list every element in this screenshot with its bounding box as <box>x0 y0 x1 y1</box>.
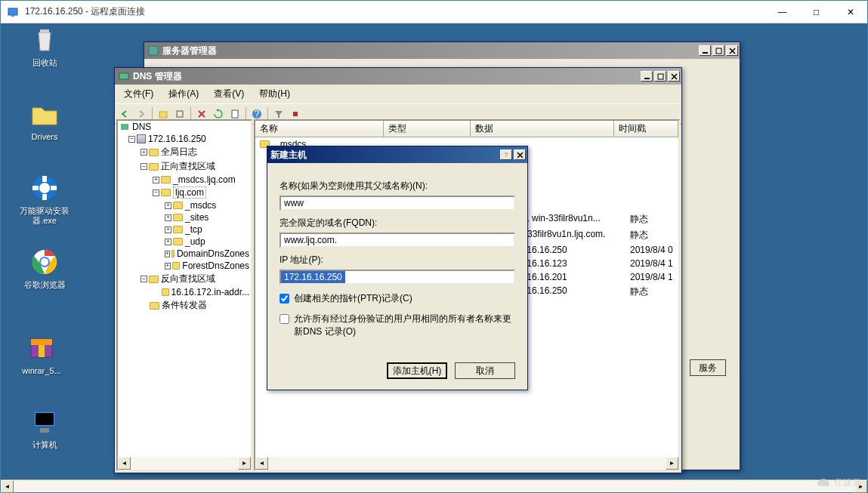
folder-icon <box>171 250 175 257</box>
rdp-titlebar: 172.16.16.250 - 远程桌面连接 — □ ✕ <box>1 1 867 23</box>
rdp-scroll-track[interactable] <box>14 480 854 492</box>
tree-collapse-icon[interactable]: − <box>141 163 147 170</box>
tree-expand-icon[interactable]: + <box>165 251 170 257</box>
tree-sub-tcp[interactable]: + _tcp <box>118 223 251 236</box>
tree-ljq-zone[interactable]: − ljq.com <box>118 186 251 199</box>
tree-global-log[interactable]: + 全局日志 <box>118 145 251 159</box>
folder-icon <box>173 202 183 209</box>
tree-forward-zones[interactable]: − 正向查找区域 <box>118 159 251 174</box>
hostname-input[interactable] <box>280 196 515 211</box>
dns-manager-icon <box>118 70 130 82</box>
folder-icon <box>161 176 171 183</box>
tree-server[interactable]: − 172.16.16.250 <box>118 133 251 145</box>
dns-manager-title: DNS 管理器 <box>133 70 639 83</box>
tree-expand-icon[interactable]: + <box>165 263 171 270</box>
dialog-help-button[interactable]: ? <box>500 149 512 160</box>
rdp-maximize-button[interactable]: □ <box>799 1 833 23</box>
dns-close-button[interactable] <box>668 71 680 82</box>
services-button[interactable]: 服务 <box>690 359 726 376</box>
column-data[interactable]: 数据 <box>471 121 614 137</box>
tree-expand-icon[interactable]: + <box>165 214 171 221</box>
desktop-icon-winrar[interactable]: winrar_5... <box>13 333 70 376</box>
tree-scroll-right-button[interactable]: ► <box>238 457 251 470</box>
sm-close-button[interactable] <box>726 45 738 56</box>
sm-minimize-button[interactable] <box>699 45 711 56</box>
rdp-scroll-left-button[interactable]: ◄ <box>1 480 14 493</box>
tree-expand-icon[interactable]: + <box>165 202 171 209</box>
tree-expand-icon[interactable]: + <box>153 177 159 183</box>
table-row[interactable]: .16.16.1232019/8/4 1 <box>520 257 678 270</box>
auth-update-label[interactable]: 允许所有经过身份验证的用户用相同的所有者名称来更新DNS 记录(O) <box>294 313 515 338</box>
dialog-close-button[interactable] <box>514 149 526 160</box>
auth-update-checkbox[interactable] <box>280 314 289 324</box>
tree-collapse-icon[interactable]: − <box>153 189 159 196</box>
ptr-checkbox[interactable] <box>280 294 289 304</box>
list-scroll-left-button[interactable]: ◄ <box>255 457 268 470</box>
tree-collapse-icon[interactable]: − <box>128 136 135 143</box>
svg-rect-7 <box>32 186 39 190</box>
tree-expand-icon[interactable]: + <box>165 239 171 245</box>
desktop-icon-driver-installer[interactable]: 万能驱动安装器.exe <box>16 173 73 226</box>
dns-root-icon <box>119 122 130 132</box>
menu-view[interactable]: 查看(V) <box>208 86 250 102</box>
tree-root-dns[interactable]: DNS <box>118 121 251 133</box>
tree-scroll-left-button[interactable]: ◄ <box>118 457 131 470</box>
tree-sub-udp[interactable]: + _udp <box>118 236 251 248</box>
table-row[interactable]: .16.16.2012019/8/4 1 <box>520 270 678 284</box>
ip-input-wrapper[interactable]: 172.16.16.250 <box>280 270 515 285</box>
menu-action[interactable]: 操作(A) <box>162 86 205 102</box>
desktop-icon-drivers[interactable]: Drivers <box>16 99 73 142</box>
new-host-dialog[interactable]: 新建主机 ? 名称(如果为空则使用其父域名称)(N): 完全限定的域名(FQDN… <box>267 146 528 390</box>
tree-collapse-icon[interactable]: − <box>141 276 147 282</box>
svg-rect-6 <box>42 194 47 200</box>
dns-minimize-button[interactable] <box>641 71 653 82</box>
rdp-close-button[interactable]: ✕ <box>833 1 867 23</box>
folder-icon <box>162 288 169 296</box>
tree-sub-msdcs[interactable]: + _msdcs <box>118 199 251 211</box>
svg-rect-13 <box>31 339 52 345</box>
table-row[interactable]: .16.16.250静态 <box>520 284 678 300</box>
folder-icon <box>150 302 159 310</box>
list-scroll-track[interactable] <box>268 457 666 470</box>
tree-scroll-track[interactable] <box>131 457 238 470</box>
folder-icon <box>161 189 171 196</box>
table-row[interactable]: -33filr8vu1n.ljq.com.静态 <box>520 227 678 243</box>
rdp-horizontal-scrollbar[interactable]: ◄ ► <box>1 479 867 492</box>
ptr-checkbox-label[interactable]: 创建相关的指针(PTR)记录(C) <box>294 292 412 305</box>
tree-sub-sites[interactable]: + _sites <box>118 211 251 223</box>
sm-maximize-button[interactable] <box>712 45 724 56</box>
tree-expand-icon[interactable]: + <box>165 226 171 233</box>
svg-point-4 <box>39 183 50 193</box>
column-timestamp[interactable]: 时间戳 <box>614 121 678 137</box>
desktop-icon-recycle-bin[interactable]: 回收站 <box>16 25 73 68</box>
tree-conditional-forwarders[interactable]: 条件转发器 <box>118 298 251 313</box>
table-row[interactable]: .16.16.2502019/8/4 0 <box>520 243 678 257</box>
tree-reverse-zone[interactable]: 16.16.172.in-addr... <box>118 286 251 298</box>
dns-tree-pane[interactable]: DNS − 172.16.16.250 + 全局日志 − <box>116 119 252 471</box>
tree-forest-dns-zones[interactable]: + ForestDnsZones <box>118 260 251 272</box>
svg-rect-21 <box>119 73 128 79</box>
table-row[interactable]: ], win-33filr8vu1n...静态 <box>520 211 678 227</box>
tree-msdcs-zone[interactable]: + _msdcs.ljq.com <box>118 174 251 186</box>
column-type[interactable]: 类型 <box>384 121 471 137</box>
server-manager-icon <box>147 45 159 57</box>
folder-icon <box>149 163 159 171</box>
menu-file[interactable]: 文件(F) <box>118 86 159 102</box>
list-scroll-right-button[interactable]: ► <box>666 457 678 470</box>
column-name[interactable]: 名称 <box>255 121 384 137</box>
ip-input[interactable]: 172.16.16.250 <box>281 271 345 283</box>
dns-maximize-button[interactable] <box>654 71 666 82</box>
svg-rect-8 <box>51 186 57 190</box>
folder-icon <box>173 214 183 221</box>
cancel-button[interactable]: 取消 <box>455 362 515 379</box>
menu-help[interactable]: 帮助(H) <box>253 86 296 102</box>
desktop-icon-chrome[interactable]: 谷歌浏览器 <box>16 247 73 290</box>
tree-reverse-zones[interactable]: − 反向查找区域 <box>118 272 251 286</box>
folder-icon <box>172 262 181 270</box>
add-host-button[interactable]: 添加主机(H) <box>387 362 447 379</box>
tree-expand-icon[interactable]: + <box>141 149 147 156</box>
rdp-icon <box>7 6 19 18</box>
desktop-icon-computer[interactable]: 计算机 <box>16 407 73 450</box>
rdp-minimize-button[interactable]: — <box>765 1 799 23</box>
tree-domain-dns-zones[interactable]: + DomainDnsZones <box>118 248 251 260</box>
